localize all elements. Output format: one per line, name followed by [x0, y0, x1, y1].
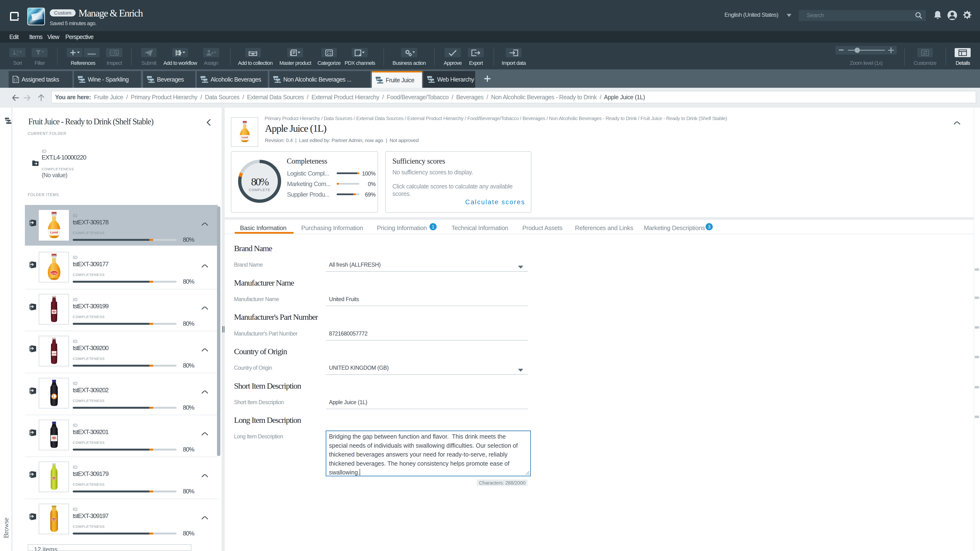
svg-text:Z: Z — [16, 52, 18, 56]
svg-text:A: A — [16, 49, 18, 53]
svg-text:80%: 80% — [251, 176, 269, 188]
svg-text:COMPLETE: COMPLETE — [248, 188, 270, 192]
